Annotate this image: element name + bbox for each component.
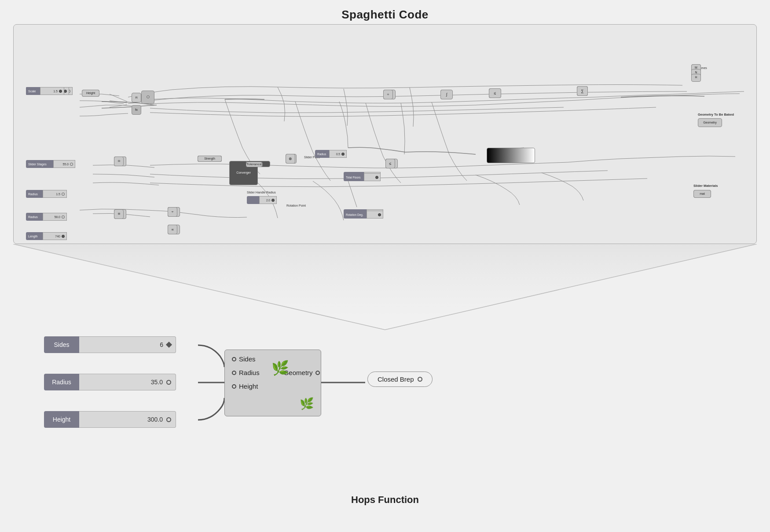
rotation-deg-node[interactable]: Rotation Deg. <box>344 211 383 219</box>
fr3: ∫ <box>440 90 453 99</box>
hours-node: H <box>691 74 701 82</box>
mb8: ÷ <box>168 207 177 217</box>
hops-height-row: Height <box>232 383 314 390</box>
hops-radius-port-in <box>232 371 236 375</box>
svg-line-1 <box>385 244 757 330</box>
spaghetti-box: Get Integer 5 Get Number 55.0 Height 300… <box>13 24 757 244</box>
length-label: Length <box>26 232 43 240</box>
length-value: 740 <box>43 232 67 240</box>
rotation-point-label: Rotation Point <box>286 204 306 207</box>
svg-line-0 <box>13 244 385 330</box>
proc-node-6: ⊟ <box>114 157 124 166</box>
rotation-deg-label: Rotation Deg. <box>344 211 367 219</box>
closed-brep-node: Closed Brep <box>367 372 433 387</box>
height-track[interactable]: 300.0 <box>79 411 176 428</box>
height-slider-row[interactable]: Height 300.0 <box>44 411 176 428</box>
rotation-deg-val <box>367 211 383 219</box>
page-title: Spaghetti Code <box>0 0 770 22</box>
split-node: ⊗ <box>286 154 295 164</box>
scale-value: 1.5 <box>40 87 64 95</box>
radius-05-label: Radius <box>315 150 329 158</box>
hours-cluster: Hours H <box>691 76 707 79</box>
hops-title: Hops Function <box>351 494 419 506</box>
total-floors-node[interactable]: Total Floors <box>344 173 381 181</box>
radius-05-value: 0.5 <box>329 150 347 158</box>
brep-port-out <box>418 377 422 382</box>
tolerance-node: Tolerance <box>246 162 262 167</box>
radius-bot-value: 58.0 <box>43 213 67 221</box>
radius-track[interactable]: 35.0 <box>79 374 176 390</box>
slider-stages-value: 55.0 <box>53 160 75 168</box>
radius-slider-row[interactable]: Radius 35.0 <box>44 374 176 390</box>
fx-node: fx <box>132 105 141 115</box>
sides-value: 6 <box>160 341 163 348</box>
radius-value: 35.0 <box>151 379 163 386</box>
sides-label: Sides <box>44 336 79 353</box>
slider-handle-value-label <box>247 196 259 204</box>
hops-height-label: Height <box>239 383 258 390</box>
sides-slider-row[interactable]: Sides 6 <box>44 336 176 353</box>
length-node[interactable]: Length 740 <box>26 232 67 240</box>
geometry-baked-node: Geometry <box>698 118 722 127</box>
pi-node: π <box>132 93 141 102</box>
hops-radius-label: Radius <box>239 369 260 376</box>
radius-thumb-circle <box>166 380 171 385</box>
hops-icon-top: 🌿 <box>271 361 289 375</box>
rm5: ≤ <box>385 159 395 168</box>
fbl4: ∝ <box>168 225 177 234</box>
hops-geometry-port-out <box>315 371 320 375</box>
radius-label: Radius <box>44 374 79 390</box>
polygon-node: ⬡ <box>141 91 154 104</box>
hops-height-port-in <box>232 384 236 389</box>
gradient-node <box>487 148 535 163</box>
mr6: ≤ <box>489 88 501 98</box>
radius-bot-node[interactable]: Radius 58.0 <box>26 213 67 221</box>
slider-stages-node[interactable]: Slider Stages 55.0 <box>26 160 75 168</box>
proc-node-10: ⊞ <box>114 209 124 219</box>
scale-node[interactable]: Scale 1.5 <box>26 87 64 95</box>
radius-bot-label: Radius <box>26 213 43 221</box>
height-mini-node: Height <box>82 90 99 97</box>
radius-mid-node[interactable]: Radius 1.5 <box>26 190 67 198</box>
slider-materials-label: Slider Materials <box>693 184 718 188</box>
radius-mid-label: Radius <box>26 190 43 198</box>
slider-mat-2: mat <box>693 190 711 198</box>
height-label: Height <box>44 411 79 428</box>
sides-track[interactable]: 6 <box>79 336 176 353</box>
hops-icon-bottom: 🌿 <box>232 397 314 411</box>
geometry-baked-label: Geometry To Be Baked <box>698 113 734 117</box>
slider-handle-node[interactable]: 2.0 <box>247 196 277 204</box>
total-floors-label: Total Floors <box>344 173 364 181</box>
slider-handle-label: Slider Handle Radius <box>247 191 276 194</box>
hops-sides-label: Sides <box>239 355 256 363</box>
vfr6: ∑ <box>577 86 588 96</box>
hops-main-node: Sides Radius 🌿 Geometry Height 🌿 <box>224 350 321 416</box>
radius-mid-value: 1.5 <box>43 190 67 198</box>
height-value: 300.0 <box>147 416 163 423</box>
rp4: ÷ <box>383 90 393 99</box>
radius-05-node[interactable]: Radius 0.5 <box>315 150 347 158</box>
hops-section: Sides 6 Radius 35.0 Height 300.0 Sides <box>0 321 770 519</box>
slider-stages-label: Slider Stages <box>26 160 53 168</box>
scale-label: Scale <box>26 87 40 95</box>
strength3-node: Strength <box>198 156 222 162</box>
funnel-svg <box>0 244 770 332</box>
sides-thumb-diamond <box>166 342 172 348</box>
hops-radius-row: Radius 🌿 Geometry <box>232 369 314 376</box>
hops-sides-port-in <box>232 357 236 361</box>
slider-handle-value: 2.0 <box>259 196 277 204</box>
total-floors-val <box>364 173 381 181</box>
closed-brep-label: Closed Brep <box>378 375 414 383</box>
height-thumb-circle <box>166 417 171 422</box>
